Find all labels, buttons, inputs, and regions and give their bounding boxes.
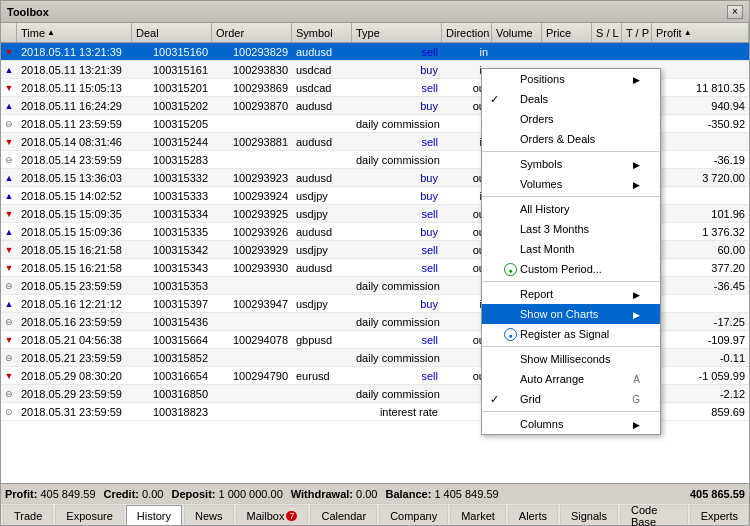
row-dir: in <box>442 46 492 58</box>
row-symbol: gbpusd <box>292 334 352 346</box>
tab-calendar[interactable]: Calendar <box>310 505 377 525</box>
tab-company[interactable]: Company <box>379 505 448 525</box>
menu-item[interactable]: Orders <box>482 109 660 129</box>
row-deal: 100315335 <box>132 226 212 238</box>
withdrawal-label: Withdrawal: 0.00 <box>291 488 378 500</box>
table-row[interactable]: ▼ 2018.05.11 13:21:39 100315160 10029382… <box>1 43 749 61</box>
menu-separator <box>482 346 660 347</box>
row-type: buy <box>352 64 442 76</box>
row-profit: -109.97 <box>652 334 749 346</box>
th-sl: S / L <box>592 23 622 42</box>
menu-item[interactable]: Positions▶ <box>482 69 660 89</box>
tab-signals[interactable]: Signals <box>560 505 618 525</box>
row-icon: ⊖ <box>1 155 17 165</box>
row-icon: ⊖ <box>1 389 17 399</box>
menu-item[interactable]: Report▶ <box>482 284 660 304</box>
menu-item[interactable]: Last 3 Months <box>482 219 660 239</box>
row-profit: -17.25 <box>652 316 749 328</box>
row-icon: ▲ <box>1 173 17 183</box>
row-symbol: eurusd <box>292 370 352 382</box>
menu-item[interactable]: ●Register as Signal <box>482 324 660 344</box>
deposit-label: Deposit: 1 000 000.00 <box>171 488 282 500</box>
tab-alerts[interactable]: Alerts <box>508 505 558 525</box>
menu-label: Volumes <box>520 178 562 190</box>
row-symbol: usdcad <box>292 82 352 94</box>
row-order: 100293829 <box>212 46 292 58</box>
row-icon: ▼ <box>1 263 17 273</box>
menu-label: Columns <box>520 418 563 430</box>
row-deal: 100315852 <box>132 352 212 364</box>
row-time: 2018.05.15 14:02:52 <box>17 190 132 202</box>
row-symbol: audusd <box>292 136 352 148</box>
th-vol: Volume <box>492 23 542 42</box>
row-deal: 100315664 <box>132 334 212 346</box>
tab-label: Mailbox <box>247 510 285 522</box>
close-button[interactable]: × <box>727 5 743 19</box>
menu-item[interactable]: ●Custom Period... <box>482 259 660 279</box>
row-type: daily commission <box>352 154 442 166</box>
row-time: 2018.05.21 23:59:59 <box>17 352 132 364</box>
menu-label: Report <box>520 288 553 300</box>
row-type: sell <box>352 370 442 382</box>
row-profit: -0.11 <box>652 352 749 364</box>
tab-market[interactable]: Market <box>450 505 506 525</box>
row-order: 100294790 <box>212 370 292 382</box>
menu-label: Deals <box>520 93 548 105</box>
row-time: 2018.05.11 23:59:59 <box>17 118 132 130</box>
tab-experts[interactable]: Experts <box>690 505 749 525</box>
row-time: 2018.05.11 13:21:39 <box>17 46 132 58</box>
row-deal: 100315205 <box>132 118 212 130</box>
context-menu[interactable]: Positions▶✓DealsOrdersOrders & DealsSymb… <box>481 68 661 435</box>
menu-item[interactable]: Symbols▶ <box>482 154 660 174</box>
menu-label: Register as Signal <box>520 328 609 340</box>
row-deal: 100316850 <box>132 388 212 400</box>
menu-item[interactable]: ✓Deals <box>482 89 660 109</box>
row-icon: ▼ <box>1 209 17 219</box>
row-profit: 377.20 <box>652 262 749 274</box>
menu-item[interactable]: Volumes▶ <box>482 174 660 194</box>
tab-news[interactable]: News <box>184 505 234 525</box>
tab-code-base[interactable]: Code Base <box>620 505 688 525</box>
menu-label: All History <box>520 203 570 215</box>
row-type: sell <box>352 208 442 220</box>
menu-label: Last Month <box>520 243 574 255</box>
menu-item[interactable]: ✓GridG <box>482 389 660 409</box>
row-type: daily commission <box>352 118 442 130</box>
row-time: 2018.05.29 08:30:20 <box>17 370 132 382</box>
row-symbol: audusd <box>292 262 352 274</box>
menu-item[interactable]: Auto ArrangeA <box>482 369 660 389</box>
row-type: buy <box>352 226 442 238</box>
shortcut: G <box>632 394 640 405</box>
status-profit-right: 405 865.59 <box>690 488 745 500</box>
row-profit: -2.12 <box>652 388 749 400</box>
row-symbol: audusd <box>292 226 352 238</box>
menu-item[interactable]: Show Milliseconds <box>482 349 660 369</box>
menu-item[interactable]: Show on Charts▶ <box>482 304 660 324</box>
row-deal: 100315283 <box>132 154 212 166</box>
th-profit: Profit▲ <box>652 23 749 42</box>
menu-item[interactable]: Orders & Deals <box>482 129 660 149</box>
tab-mailbox[interactable]: Mailbox7 <box>236 505 309 525</box>
row-deal: 100315160 <box>132 46 212 58</box>
row-icon: ⊙ <box>1 407 17 417</box>
row-order: 100293930 <box>212 262 292 274</box>
row-order: 100293870 <box>212 100 292 112</box>
menu-label: Show on Charts <box>520 308 598 320</box>
menu-item[interactable]: Columns▶ <box>482 414 660 434</box>
row-deal: 100315334 <box>132 208 212 220</box>
tab-exposure[interactable]: Exposure <box>55 505 123 525</box>
menu-item[interactable]: Last Month <box>482 239 660 259</box>
row-profit: 11 810.35 <box>652 82 749 94</box>
row-icon: ⊖ <box>1 119 17 129</box>
row-order: 100293924 <box>212 190 292 202</box>
tab-history[interactable]: History <box>126 505 182 525</box>
row-type: sell <box>352 334 442 346</box>
row-time: 2018.05.15 23:59:59 <box>17 280 132 292</box>
row-icon: ▲ <box>1 191 17 201</box>
row-type: daily commission <box>352 316 442 328</box>
tab-trade[interactable]: Trade <box>3 505 53 525</box>
menu-item[interactable]: All History <box>482 199 660 219</box>
menu-label: Orders & Deals <box>520 133 595 145</box>
row-deal: 100315397 <box>132 298 212 310</box>
arrow-icon: ▶ <box>633 180 640 190</box>
